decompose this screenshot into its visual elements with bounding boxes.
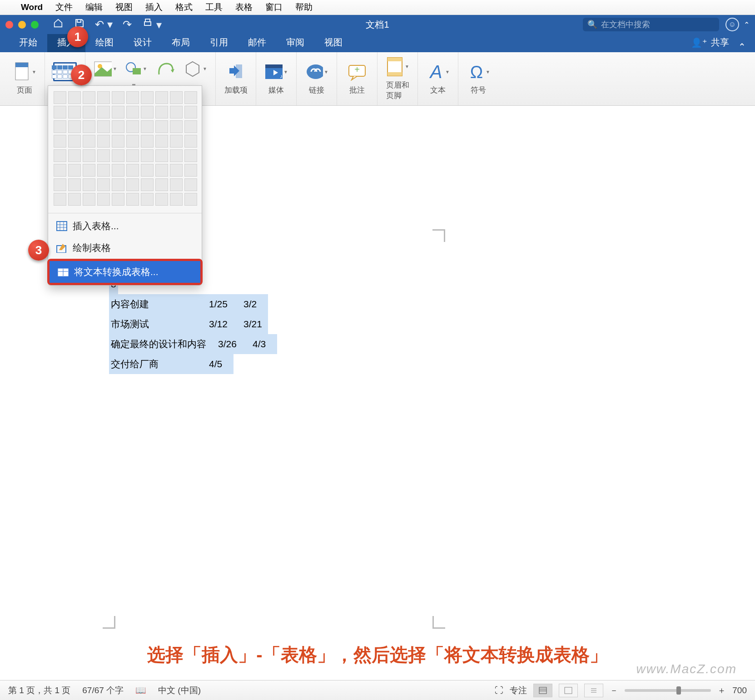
- annotation-badge-2: 2: [71, 64, 92, 85]
- menu-file[interactable]: 文件: [55, 1, 73, 13]
- tab-mailings[interactable]: 邮件: [238, 33, 276, 52]
- group-comments: + 批注: [337, 52, 378, 105]
- window-titlebar: ↶ ▾ ↷ ▾ 文档1 🔍 在文档中搜索 ☺ ⌃: [0, 15, 755, 34]
- annotation-badge-1: 1: [67, 26, 88, 47]
- print-icon[interactable]: ▾: [142, 18, 162, 31]
- menu-insert-table[interactable]: 插入表格...: [48, 215, 202, 237]
- svg-rect-1: [144, 22, 151, 25]
- menu-edit[interactable]: 编辑: [85, 1, 103, 13]
- group-pages: ▼ 页面: [5, 52, 45, 105]
- convert-icon: [58, 267, 69, 277]
- addins-icon[interactable]: [224, 62, 248, 81]
- ribbon-tabs: 开始 插入 绘图 设计 布局 引用 邮件 审阅 视图 👤⁺ 共享 ⌃: [0, 34, 755, 52]
- tab-references[interactable]: 引用: [200, 33, 238, 52]
- group-media-label: 媒体: [268, 85, 284, 95]
- svg-text:+: +: [354, 64, 360, 74]
- share-button[interactable]: 👤⁺ 共享: [685, 33, 735, 52]
- minimize-window-button[interactable]: [18, 21, 26, 29]
- highlight-frame: 将文本转换成表格...: [47, 259, 203, 285]
- focus-icon[interactable]: ⛶: [495, 685, 503, 695]
- focus-label[interactable]: 专注: [510, 685, 527, 696]
- close-window-button[interactable]: [5, 21, 13, 29]
- media-icon[interactable]: ♪▼: [264, 62, 288, 81]
- symbol-icon[interactable]: Ω▼: [467, 62, 490, 81]
- outline-view-button[interactable]: [584, 684, 603, 697]
- svg-rect-35: [539, 687, 546, 694]
- svg-rect-38: [565, 687, 572, 694]
- zoom-slider[interactable]: [625, 689, 711, 692]
- zoom-window-button[interactable]: [31, 21, 39, 29]
- menu-help[interactable]: 帮助: [295, 1, 313, 13]
- spellcheck-icon[interactable]: 📖: [135, 685, 146, 695]
- group-addins: 加载项: [216, 52, 256, 105]
- menu-draw-table-label: 绘制表格: [73, 242, 111, 254]
- table-dropdown-panel: 插入表格... 绘制表格 将文本转换成表格...: [48, 85, 202, 286]
- svg-rect-22: [387, 58, 402, 61]
- menu-convert-text-to-table[interactable]: 将文本转换成表格...: [50, 261, 200, 283]
- svg-rect-0: [77, 20, 81, 22]
- 3dmodel-icon[interactable]: ▼: [184, 59, 207, 79]
- watermark: www.MacZ.com: [636, 662, 737, 676]
- group-text: A▼ 文本: [418, 52, 458, 105]
- menu-window[interactable]: 窗口: [265, 1, 283, 13]
- status-bar: 第 1 页，共 1 页 67/67 个字 📖 中文 (中国) ⛶ 专注 － ＋ …: [0, 680, 755, 700]
- svg-rect-8: [133, 68, 141, 74]
- shapes-icon[interactable]: ▼: [124, 59, 147, 79]
- group-comments-label: 批注: [349, 85, 365, 95]
- menu-draw-table[interactable]: 绘制表格: [48, 237, 202, 259]
- web-layout-view-button[interactable]: [559, 684, 578, 697]
- margin-corner-icon: [432, 616, 445, 629]
- tab-draw[interactable]: 绘图: [85, 33, 124, 52]
- home-icon[interactable]: [52, 18, 64, 31]
- group-media: ♪▼ 媒体: [256, 52, 297, 105]
- mac-menubar: Word 文件 编辑 视图 插入 格式 工具 表格 窗口 帮助: [0, 0, 755, 15]
- link-icon[interactable]: ▼: [305, 62, 328, 81]
- smartart-icon[interactable]: [154, 59, 177, 79]
- ribbon-chevron-icon[interactable]: ⌃: [738, 41, 746, 52]
- cell: 确定最终的设计和内容: [111, 334, 206, 354]
- cell: 3/21: [243, 314, 266, 334]
- group-text-label: 文本: [430, 85, 446, 95]
- undo-icon[interactable]: ↶ ▾: [95, 18, 113, 31]
- app-name[interactable]: Word: [21, 2, 43, 12]
- tab-layout[interactable]: 布局: [162, 33, 200, 52]
- print-layout-view-button[interactable]: [533, 684, 552, 697]
- menu-view[interactable]: 视图: [115, 1, 133, 13]
- table-grid-picker[interactable]: [48, 86, 202, 211]
- cell: 市场测试: [111, 314, 197, 334]
- zoom-out-button[interactable]: －: [610, 685, 618, 696]
- menu-format[interactable]: 格式: [175, 1, 193, 13]
- redo-icon[interactable]: ↷: [123, 18, 132, 31]
- cell: 4/3: [253, 334, 275, 354]
- pencil-table-icon: [56, 243, 67, 253]
- language-status[interactable]: 中文 (中国): [158, 685, 201, 696]
- picture-icon[interactable]: ▼: [94, 59, 117, 79]
- word-count[interactable]: 67/67 个字: [82, 685, 124, 696]
- tab-review[interactable]: 审阅: [276, 33, 314, 52]
- headerfooter-icon[interactable]: ▼: [386, 57, 409, 76]
- cell: 1/25: [209, 294, 232, 314]
- group-addins-label: 加载项: [224, 85, 248, 95]
- group-symbols-label: 符号: [471, 85, 486, 95]
- search-input[interactable]: 🔍 在文档中搜索: [583, 18, 719, 31]
- menu-tools[interactable]: 工具: [205, 1, 223, 13]
- zoom-in-button[interactable]: ＋: [717, 685, 726, 696]
- page-count[interactable]: 第 1 页，共 1 页: [8, 685, 70, 696]
- tab-home[interactable]: 开始: [9, 33, 47, 52]
- zoom-level[interactable]: 700: [732, 685, 747, 695]
- margin-corner-icon: [103, 616, 115, 629]
- search-placeholder: 在文档中搜索: [601, 19, 650, 30]
- collapse-ribbon-icon[interactable]: ⌃: [744, 20, 750, 29]
- page-icon[interactable]: ▼: [13, 62, 36, 81]
- menu-table[interactable]: 表格: [235, 1, 253, 13]
- menu-insert[interactable]: 插入: [145, 1, 163, 13]
- svg-rect-14: [236, 64, 242, 78]
- tab-design[interactable]: 设计: [124, 33, 162, 52]
- text-icon[interactable]: A▼: [426, 62, 450, 81]
- menu-convert-label: 将文本转换成表格...: [74, 266, 159, 278]
- feedback-icon[interactable]: ☺: [725, 18, 739, 31]
- search-icon: 🔍: [587, 20, 597, 30]
- cell: 3/26: [218, 334, 241, 354]
- tab-view[interactable]: 视图: [314, 33, 353, 52]
- comment-icon[interactable]: +: [345, 62, 369, 81]
